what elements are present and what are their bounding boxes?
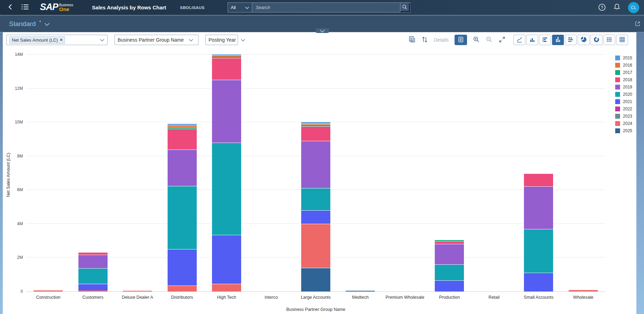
bar-small-accounts[interactable] xyxy=(524,54,553,291)
bar-segment-2016[interactable] xyxy=(168,125,197,127)
bar-construction[interactable] xyxy=(34,54,63,291)
legend-item-2019[interactable]: 2019 xyxy=(615,85,632,90)
sort-button[interactable] xyxy=(422,36,428,44)
bar-segment-2015[interactable] xyxy=(212,54,241,55)
zoom-in-button[interactable] xyxy=(473,36,480,44)
bar-segment-2021[interactable] xyxy=(78,284,108,291)
bar-segment-2015[interactable] xyxy=(168,124,197,125)
search-scope-select[interactable]: All xyxy=(228,2,252,12)
bar-segment-2025[interactable] xyxy=(301,268,330,291)
chart-type-column-button[interactable] xyxy=(526,35,538,45)
bar-production[interactable] xyxy=(435,54,464,291)
search-submit-button[interactable] xyxy=(400,3,410,12)
bar-retail[interactable] xyxy=(480,54,509,291)
legend-item-2021[interactable]: 2021 xyxy=(615,99,632,104)
bar-segment-2020[interactable] xyxy=(212,143,241,235)
bar-customers[interactable] xyxy=(78,54,108,291)
variant-selector[interactable]: Standard* xyxy=(9,20,50,28)
bar-segment-2019[interactable] xyxy=(168,150,197,186)
bar-wholesale[interactable] xyxy=(569,54,598,291)
legend-item-2023[interactable]: 2023 xyxy=(615,114,632,119)
bar-segment-2024[interactable] xyxy=(569,290,598,291)
bar-segment-2018[interactable] xyxy=(301,126,330,141)
legend-item-2024[interactable]: 2024 xyxy=(615,121,632,126)
chart-type-table-button[interactable] xyxy=(603,35,615,45)
primary-dimension-dropdown[interactable]: Business Partner Group Name xyxy=(115,35,198,45)
toggle-legend-button[interactable] xyxy=(455,35,467,45)
legend-item-2020[interactable]: 2020 xyxy=(615,92,632,97)
legend-item-2017[interactable]: 2017 xyxy=(615,70,632,75)
legend-item-2015[interactable]: 2015 xyxy=(615,56,632,60)
bar-segment-2024[interactable] xyxy=(123,290,152,291)
legend-item-2022[interactable]: 2022 xyxy=(615,107,632,111)
measure-token[interactable]: Net Sales Amount (LC) × xyxy=(9,36,65,44)
chart-type-line-button[interactable] xyxy=(514,35,525,45)
bar-interco[interactable] xyxy=(257,54,286,291)
bar-premium-wholesale[interactable] xyxy=(390,54,420,291)
details-button[interactable]: Details xyxy=(434,37,449,43)
bar-segment-2017[interactable] xyxy=(301,125,330,126)
secondary-dimension-dropdown[interactable]: Posting Year xyxy=(205,35,238,45)
bar-segment-2016[interactable] xyxy=(301,123,330,125)
legend-item-2025[interactable]: 2025 xyxy=(615,128,632,133)
bar-segment-2015[interactable] xyxy=(301,122,330,123)
search-input[interactable] xyxy=(252,3,400,12)
measure-token-label: Net Sales Amount (LC) xyxy=(12,37,58,43)
measures-dropdown[interactable]: Net Sales Amount (LC) × xyxy=(6,35,108,45)
user-avatar[interactable]: CL xyxy=(628,2,639,13)
bar-segment-2021[interactable] xyxy=(524,273,553,291)
chart-type-stacked-column-button[interactable] xyxy=(552,35,564,45)
bar-segment-2021[interactable] xyxy=(301,210,330,224)
bar-segment-2018[interactable] xyxy=(168,129,197,150)
bar-segment-2021[interactable] xyxy=(168,249,197,286)
chart-type-horizontal-bar-button[interactable] xyxy=(539,35,551,45)
bar-large-accounts[interactable] xyxy=(301,54,330,291)
bar-segment-2021[interactable] xyxy=(435,280,464,291)
bar-deluxe-dealer-a[interactable] xyxy=(123,54,152,291)
bar-segment-2024[interactable] xyxy=(168,286,197,291)
chart-type-grid-button[interactable] xyxy=(616,35,628,45)
bar-segment-2018[interactable] xyxy=(435,241,464,244)
bar-segment-2019[interactable] xyxy=(301,141,330,188)
remove-token-icon[interactable]: × xyxy=(60,37,62,42)
bar-segment-2018[interactable] xyxy=(212,58,241,80)
notifications-button[interactable] xyxy=(613,3,620,12)
help-button[interactable]: ? xyxy=(598,3,606,12)
menu-button[interactable] xyxy=(21,4,29,11)
chart-type-pie-button[interactable] xyxy=(578,35,590,45)
chart-type-doughnut-button[interactable] xyxy=(591,35,602,45)
copy-widget-button[interactable] xyxy=(409,36,416,44)
bar-segment-2017[interactable] xyxy=(435,240,464,241)
fullscreen-button[interactable] xyxy=(499,36,506,44)
bar-segment-2024[interactable] xyxy=(34,290,63,291)
back-button[interactable] xyxy=(8,4,12,11)
bar-segment-2024[interactable] xyxy=(78,290,108,291)
bar-segment-2020[interactable] xyxy=(78,268,108,283)
bar-segment-2024[interactable] xyxy=(212,284,241,291)
bar-segment-2019[interactable] xyxy=(78,255,108,268)
legend-item-2018[interactable]: 2018 xyxy=(615,77,632,82)
bar-segment-2018[interactable] xyxy=(78,252,108,255)
bar-segment-2016[interactable] xyxy=(212,55,241,57)
open-in-new-window-button[interactable] xyxy=(635,20,641,28)
bar-segment-2017[interactable] xyxy=(212,57,241,58)
bar-high-tech[interactable] xyxy=(212,54,241,291)
bar-medtech[interactable] xyxy=(346,54,375,291)
zoom-out-button[interactable] xyxy=(486,36,493,44)
bar-segment-2024[interactable] xyxy=(301,224,330,268)
bar-segment-2019[interactable] xyxy=(524,186,553,229)
bar-segment-2020[interactable] xyxy=(524,229,553,273)
bar-segment-2020[interactable] xyxy=(301,188,330,210)
collapse-header-tab[interactable] xyxy=(316,28,329,33)
bar-segment-2021[interactable] xyxy=(212,235,241,284)
bar-segment-2025[interactable] xyxy=(346,291,375,291)
bar-segment-2018[interactable] xyxy=(524,173,553,186)
bar-segment-2020[interactable] xyxy=(168,186,197,249)
legend-item-2016[interactable]: 2016 xyxy=(615,63,632,68)
chart-type-stacked-bar-button[interactable] xyxy=(565,35,577,45)
bar-segment-2017[interactable] xyxy=(168,127,197,129)
bar-segment-2019[interactable] xyxy=(212,80,241,143)
bar-segment-2019[interactable] xyxy=(435,244,464,264)
bar-distributors[interactable] xyxy=(168,54,197,291)
bar-segment-2020[interactable] xyxy=(435,264,464,280)
